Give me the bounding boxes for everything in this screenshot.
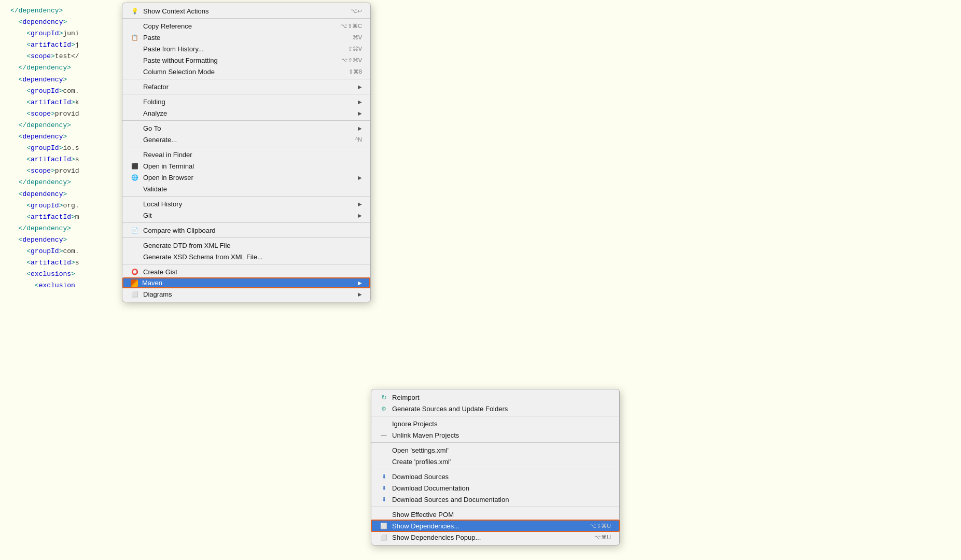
maven-menu-download-sources[interactable]: ⬇ Download Sources <box>371 471 619 482</box>
empty-icon-13 <box>131 241 139 249</box>
copy-icon <box>131 22 139 30</box>
menu-item-generate-dtd[interactable]: Generate DTD from XML File <box>122 240 370 251</box>
context-menu: 💡 Show Context Actions ⌥↩ Copy Reference… <box>122 3 371 302</box>
menu-item-go-to[interactable]: Go To ▶ <box>122 122 370 134</box>
empty-icon <box>131 45 139 53</box>
empty-icon-m2 <box>380 446 388 454</box>
menu-item-analyze[interactable]: Analyze ▶ <box>122 107 370 119</box>
separator-5 <box>122 147 370 147</box>
menu-item-column-selection[interactable]: Column Selection Mode ⇧⌘8 <box>122 66 370 77</box>
menu-item-generate-xsd[interactable]: Generate XSD Schema from XML File... <box>122 251 370 262</box>
menu-item-open-terminal[interactable]: ⬛ Open in Terminal <box>122 160 370 172</box>
separator-7 <box>122 222 370 223</box>
empty-icon-5 <box>131 97 139 106</box>
maven-menu-show-effective-pom[interactable]: Show Effective POM <box>371 509 619 520</box>
deps-icon: ⬜ <box>380 522 388 530</box>
menu-item-paste[interactable]: 📋 Paste ⌘V <box>122 32 370 43</box>
separator-8 <box>122 237 370 238</box>
menu-item-show-context-actions[interactable]: 💡 Show Context Actions ⌥↩ <box>122 5 370 17</box>
menu-item-generate[interactable]: Generate... ^N <box>122 134 370 145</box>
empty-icon-7 <box>131 124 139 132</box>
download-sources-icon: ⬇ <box>380 472 388 481</box>
separator-2 <box>122 79 370 79</box>
reimport-icon: ↻ <box>380 393 388 401</box>
maven-menu-show-dependencies[interactable]: ⬜ Show Dependencies... ⌥⇧⌘U <box>371 520 619 531</box>
deps-popup-icon: ⬜ <box>380 533 388 541</box>
bulb-icon: 💡 <box>131 7 139 15</box>
download-sources-docs-icon: ⬇ <box>380 495 388 503</box>
empty-icon-14 <box>131 253 139 261</box>
paste-icon: 📋 <box>131 33 139 41</box>
empty-icon-m3 <box>380 457 388 466</box>
maven-menu-open-settings[interactable]: Open 'settings.xml' <box>371 444 619 456</box>
separator-6 <box>122 196 370 197</box>
menu-item-paste-no-format[interactable]: Paste without Formatting ⌥⇧⌘V <box>122 54 370 66</box>
generate-sources-icon: ⚙ <box>380 404 388 413</box>
empty-icon-m1 <box>380 419 388 428</box>
download-docs-icon: ⬇ <box>380 484 388 492</box>
menu-item-git[interactable]: Git ▶ <box>122 209 370 221</box>
menu-item-refactor[interactable]: Refactor ▶ <box>122 81 370 92</box>
maven-menu-download-docs[interactable]: ⬇ Download Documentation <box>371 482 619 494</box>
maven-menu-ignore-projects[interactable]: Ignore Projects <box>371 418 619 429</box>
maven-submenu: ↻ Reimport ⚙ Generate Sources and Update… <box>371 389 620 545</box>
menu-item-local-history[interactable]: Local History ▶ <box>122 198 370 209</box>
separator-1 <box>122 18 370 19</box>
unlink-icon: — <box>380 431 388 439</box>
menu-item-paste-history[interactable]: Paste from History... ⇧⌘V <box>122 43 370 54</box>
diagrams-icon: ⬜ <box>131 290 139 298</box>
terminal-icon: ⬛ <box>131 162 139 170</box>
gist-icon: ⭕ <box>131 268 139 276</box>
maven-sep-2 <box>371 442 619 443</box>
empty-icon-12 <box>131 211 139 219</box>
maven-menu-download-sources-docs[interactable]: ⬇ Download Sources and Documentation <box>371 494 619 505</box>
empty-icon-9 <box>131 150 139 159</box>
empty-icon-4 <box>131 82 139 91</box>
menu-item-reveal-finder[interactable]: Reveal in Finder <box>122 149 370 160</box>
menu-item-create-gist[interactable]: ⭕ Create Gist <box>122 266 370 277</box>
empty-icon-10 <box>131 185 139 193</box>
menu-item-open-browser[interactable]: 🌐 Open in Browser ▶ <box>122 172 370 183</box>
menu-item-validate[interactable]: Validate <box>122 183 370 194</box>
menu-item-maven[interactable]: Maven ▶ <box>122 277 370 288</box>
maven-sep-4 <box>371 507 619 507</box>
maven-menu-unlink[interactable]: — Unlink Maven Projects <box>371 429 619 441</box>
compare-icon: 📄 <box>131 226 139 234</box>
menu-item-diagrams[interactable]: ⬜ Diagrams ▶ <box>122 288 370 300</box>
menu-item-compare-clipboard[interactable]: 📄 Compare with Clipboard <box>122 225 370 236</box>
empty-icon-2 <box>131 56 139 64</box>
globe-icon: 🌐 <box>131 173 139 181</box>
maven-menu-generate-sources[interactable]: ⚙ Generate Sources and Update Folders <box>371 403 619 414</box>
menu-item-copy-reference[interactable]: Copy Reference ⌥⇧⌘C <box>122 20 370 32</box>
empty-icon-11 <box>131 200 139 208</box>
maven-sep-1 <box>371 416 619 416</box>
maven-icon <box>131 279 138 287</box>
maven-sep-3 <box>371 469 619 469</box>
maven-menu-show-dependencies-popup[interactable]: ⬜ Show Dependencies Popup... ⌥⌘U <box>371 531 619 543</box>
menu-item-folding[interactable]: Folding ▶ <box>122 96 370 107</box>
maven-menu-create-profiles[interactable]: Create 'profiles.xml' <box>371 456 619 467</box>
separator-4 <box>122 120 370 121</box>
empty-icon-3 <box>131 67 139 76</box>
maven-menu-reimport[interactable]: ↻ Reimport <box>371 391 619 403</box>
empty-icon-8 <box>131 135 139 144</box>
empty-icon-m4 <box>380 510 388 519</box>
separator-3 <box>122 94 370 94</box>
empty-icon-6 <box>131 109 139 117</box>
separator-9 <box>122 264 370 264</box>
